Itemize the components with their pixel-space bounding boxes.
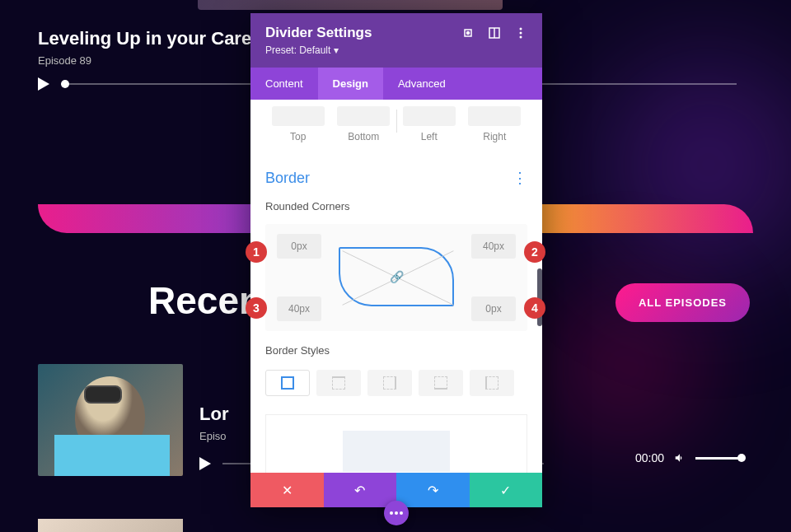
link-icon[interactable]: 🔗	[390, 270, 404, 283]
border-style-top-button[interactable]	[316, 370, 361, 396]
svg-point-6	[520, 36, 522, 39]
episode-time-controls: 00:00	[635, 451, 742, 464]
border-style-right-button[interactable]	[367, 370, 412, 396]
annotation-badge-2: 2	[524, 241, 545, 263]
annotation-badge-1: 1	[246, 241, 267, 263]
episode-thumbnail[interactable]	[38, 519, 183, 532]
cancel-button[interactable]: ✕	[250, 473, 324, 507]
border-style-bottom-button[interactable]	[419, 370, 463, 396]
volume-slider[interactable]	[695, 457, 742, 460]
svg-point-1	[467, 32, 470, 35]
annotation-badge-4: 4	[524, 297, 545, 319]
border-style-left-button[interactable]	[470, 370, 514, 396]
border-styles-label: Border Styles	[250, 336, 542, 363]
spacing-right-input[interactable]	[468, 106, 521, 126]
save-button[interactable]: ✓	[470, 473, 543, 507]
settings-modal: Divider Settings Preset: Default ▾ Conte…	[250, 13, 542, 507]
corner-preview: 🔗	[339, 247, 454, 306]
fab-more-button[interactable]	[384, 501, 409, 525]
spacing-bottom-input[interactable]	[337, 106, 390, 126]
time-label: 00:00	[635, 451, 664, 464]
spacing-left-input[interactable]	[403, 106, 456, 126]
modal-header: Divider Settings Preset: Default ▾	[250, 13, 542, 68]
redo-button[interactable]: ↷	[396, 473, 470, 507]
corner-top-right-input[interactable]	[471, 234, 516, 259]
hero-episode-label: Episode 89	[38, 54, 91, 67]
episode-thumbnail[interactable]	[38, 364, 183, 476]
more-icon[interactable]	[514, 26, 527, 40]
spacing-label: Left	[403, 131, 456, 142]
section-border-title: Border	[265, 170, 310, 187]
rounded-corners-label: Rounded Corners	[250, 192, 542, 219]
svg-point-4	[520, 28, 522, 30]
spacing-label: Bottom	[337, 131, 390, 142]
undo-button[interactable]: ↶	[324, 473, 397, 507]
rounded-corners-control: 🔗	[265, 224, 527, 331]
modal-title: Divider Settings	[265, 25, 372, 41]
expand-icon[interactable]	[461, 26, 475, 40]
border-style-preview	[265, 414, 527, 473]
preset-dropdown[interactable]: Preset: Default ▾	[265, 44, 527, 56]
border-style-all-button[interactable]	[265, 370, 310, 396]
hero-thumbnail	[198, 0, 503, 10]
section-more-icon[interactable]: ⋮	[513, 169, 527, 187]
tab-design[interactable]: Design	[318, 68, 383, 100]
all-episodes-button[interactable]: ALL EPISODES	[615, 283, 750, 322]
annotation-badge-3: 3	[246, 297, 267, 319]
corner-top-left-input[interactable]	[277, 234, 321, 259]
columns-icon[interactable]	[488, 26, 501, 40]
spacing-top-input[interactable]	[272, 106, 325, 126]
play-icon[interactable]	[199, 457, 211, 470]
svg-point-5	[520, 32, 522, 35]
corner-bottom-left-input[interactable]	[277, 296, 321, 321]
corner-bottom-right-input[interactable]	[471, 296, 516, 321]
spacing-label: Top	[272, 131, 325, 142]
spacing-label: Right	[468, 131, 521, 142]
modal-body: Top Bottom Left Right Border ⋮ Rounded C…	[250, 100, 542, 473]
tab-content[interactable]: Content	[250, 68, 318, 100]
play-icon[interactable]	[38, 77, 49, 91]
volume-icon[interactable]	[674, 452, 686, 464]
tab-advanced[interactable]: Advanced	[383, 68, 461, 100]
modal-tabs: Content Design Advanced	[250, 68, 542, 100]
